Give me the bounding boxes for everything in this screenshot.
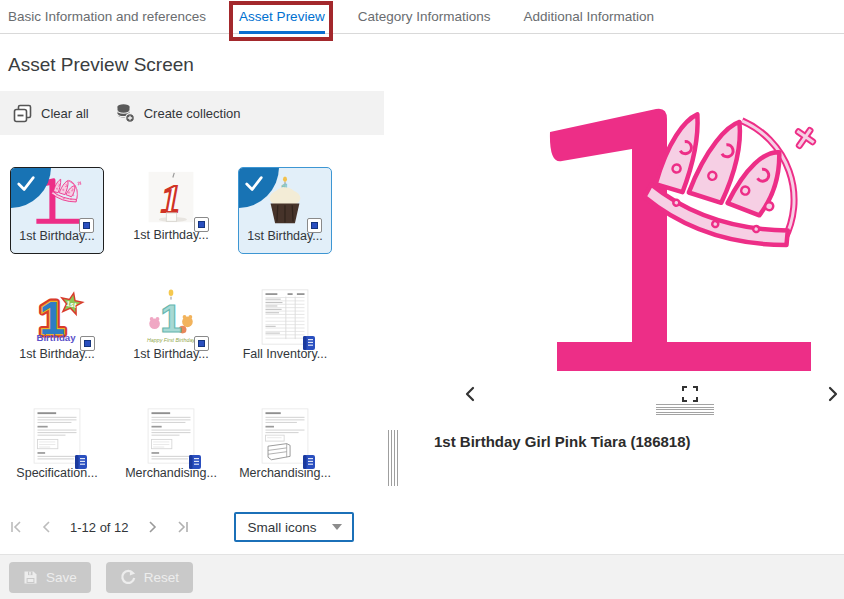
clear-all-icon bbox=[13, 104, 32, 123]
preview-image-pink-tiara bbox=[526, 78, 828, 380]
image-type-icon bbox=[307, 218, 322, 233]
asset-tile-teal-candle[interactable]: 1 Happy First Birthday 1st Birthday... bbox=[124, 286, 218, 361]
footer-bar: Save Reset bbox=[0, 554, 844, 599]
icon-size-dropdown[interactable]: Small icons bbox=[234, 512, 354, 542]
clear-all-button[interactable]: Clear all bbox=[13, 104, 89, 123]
document-type-icon bbox=[73, 454, 89, 474]
thumbnail-teal-candle: 1 Happy First Birthday bbox=[141, 288, 201, 346]
asset-label: Merchandising... bbox=[125, 466, 217, 480]
asset-tile-red-candle[interactable]: 1 1st Birthday... bbox=[124, 167, 218, 242]
image-type-icon bbox=[194, 336, 209, 351]
asset-tile-blue-one[interactable]: 1 1 1st Birthday 1st Birthday... bbox=[10, 286, 104, 361]
create-collection-icon bbox=[115, 103, 135, 123]
vertical-splitter-grip[interactable] bbox=[388, 430, 398, 486]
art-caption: Happy First Birthday bbox=[147, 337, 195, 343]
reset-label: Reset bbox=[144, 570, 179, 585]
tab-label: Category Informations bbox=[358, 9, 491, 24]
create-collection-label: Create collection bbox=[144, 106, 241, 121]
pagination-range: 1-12 of 12 bbox=[70, 520, 129, 535]
asset-tile-fall-inventory[interactable]: Fall Inventory... bbox=[238, 286, 332, 361]
tab-category-informations[interactable]: Category Informations bbox=[358, 0, 491, 33]
image-type-icon bbox=[79, 218, 94, 233]
reset-icon bbox=[120, 569, 136, 585]
save-label: Save bbox=[46, 570, 77, 585]
preview-caption: 1st Birthday Girl Pink Tiara (186818) bbox=[434, 433, 691, 450]
previous-page-icon[interactable] bbox=[42, 521, 51, 533]
previous-asset-icon[interactable] bbox=[464, 386, 475, 406]
tab-label: Additional Information bbox=[523, 9, 654, 24]
document-type-icon bbox=[301, 335, 317, 355]
chevron-down-icon bbox=[332, 524, 342, 530]
create-collection-button[interactable]: Create collection bbox=[115, 103, 241, 123]
asset-toolbar: Clear all Create collection bbox=[0, 91, 384, 135]
document-type-icon bbox=[301, 454, 317, 474]
asset-list-pane: Asset Preview Screen Clear all Create co… bbox=[0, 34, 386, 554]
tab-bar: Basic Information and references Asset P… bbox=[0, 0, 844, 34]
first-page-icon[interactable] bbox=[10, 521, 23, 533]
thumbnail-red-candle: 1 bbox=[142, 170, 200, 226]
asset-preview-pane: 1st Birthday Girl Pink Tiara (186818) bbox=[398, 34, 844, 554]
asset-grid: 1st Birthday... 1 1st Birthday... bbox=[0, 167, 386, 524]
art-numeral: 1 bbox=[160, 297, 182, 340]
page-title: Asset Preview Screen bbox=[8, 54, 386, 76]
asset-tile-cupcake[interactable]: 1 1st Birthday... bbox=[238, 167, 332, 254]
thumbnail-blue-one: 1 1 1st Birthday bbox=[26, 288, 88, 346]
save-button[interactable]: Save bbox=[9, 562, 91, 593]
tab-basic-information[interactable]: Basic Information and references bbox=[8, 0, 206, 33]
asset-label: Merchandising... bbox=[239, 466, 331, 480]
asset-tile-merchandising-1[interactable]: Merchandising... bbox=[124, 405, 218, 480]
next-page-icon[interactable] bbox=[148, 521, 157, 533]
asset-tile-specification[interactable]: Specification... bbox=[10, 405, 104, 480]
active-tab-underline bbox=[239, 31, 325, 34]
last-page-icon[interactable] bbox=[176, 521, 189, 533]
next-asset-icon[interactable] bbox=[828, 386, 839, 406]
tab-label: Basic Information and references bbox=[8, 9, 206, 24]
horizontal-splitter-grip[interactable] bbox=[656, 404, 714, 417]
reset-button[interactable]: Reset bbox=[106, 562, 193, 593]
pagination-bar: 1-12 of 12 Small icons bbox=[10, 512, 354, 542]
check-icon bbox=[244, 174, 264, 194]
tab-additional-information[interactable]: Additional Information bbox=[523, 0, 654, 33]
art-word: Birthday bbox=[36, 332, 76, 343]
fullscreen-icon[interactable] bbox=[682, 386, 698, 406]
asset-tile-merchandising-2[interactable]: Merchandising... bbox=[238, 405, 332, 480]
icon-size-value: Small icons bbox=[248, 520, 317, 535]
check-icon bbox=[16, 174, 36, 194]
tab-label: Asset Preview bbox=[239, 9, 325, 24]
image-type-icon bbox=[194, 217, 209, 232]
asset-tile-pink-tiara[interactable]: 1st Birthday... bbox=[10, 167, 104, 254]
tab-asset-preview[interactable]: Asset Preview bbox=[239, 0, 325, 33]
document-type-icon bbox=[187, 454, 203, 474]
save-icon bbox=[23, 570, 38, 585]
image-type-icon bbox=[80, 336, 95, 351]
clear-all-label: Clear all bbox=[41, 106, 89, 121]
